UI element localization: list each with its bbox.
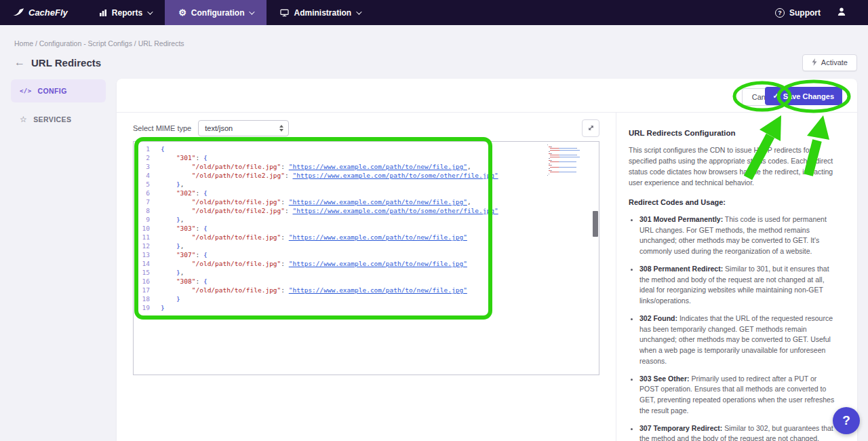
- sidebar-item-services[interactable]: ☆ SERVICES: [11, 108, 106, 131]
- doc-bullet: 302 Found: Indicates that the URL of the…: [639, 313, 837, 367]
- star-icon: ☆: [20, 115, 27, 124]
- breadcrumb-item[interactable]: Home: [14, 39, 33, 47]
- gear-icon: ⚙: [178, 8, 186, 17]
- editor-scrollbar[interactable]: [592, 142, 599, 375]
- user-menu[interactable]: [831, 7, 852, 19]
- activate-bolt-icon: [812, 58, 817, 67]
- breadcrumb-item[interactable]: Configuration - Script Configs: [39, 39, 132, 47]
- save-changes-button[interactable]: ✓ Save Changes: [765, 87, 842, 105]
- docs-intro: This script configures the CDN to issue …: [629, 145, 837, 188]
- doc-bullet: 301 Moved Permanently: This code is used…: [639, 214, 837, 257]
- sidebar: </> CONFIG ☆ SERVICES: [11, 79, 106, 136]
- activate-button[interactable]: Activate: [802, 54, 857, 71]
- mime-type-label: Select MIME type: [133, 124, 191, 132]
- config-card: Cancel ✓ Save Changes Select MIME type t…: [117, 79, 857, 441]
- mime-type-select[interactable]: text/json: [198, 120, 289, 136]
- nav-administration-label: Administration: [294, 8, 351, 18]
- chevron-down-icon: [250, 9, 255, 14]
- sidebar-services-label: SERVICES: [33, 115, 71, 123]
- check-icon: ✓: [773, 92, 779, 100]
- scrollbar-thumb[interactable]: [593, 211, 598, 237]
- cachefly-wing-icon: [12, 7, 24, 18]
- doc-bullet: 303 See Other: Primarily used to redirec…: [639, 374, 837, 417]
- activate-label: Activate: [821, 58, 848, 66]
- page-head: ← URL Redirects Activate: [14, 53, 857, 72]
- chevron-down-icon: [356, 9, 361, 14]
- breadcrumb-separator: /: [132, 39, 138, 47]
- main-menu: Reports ⚙ Configuration Administration: [85, 0, 374, 25]
- expand-editor-button[interactable]: [582, 119, 599, 137]
- back-button[interactable]: ←: [14, 56, 25, 69]
- nav-reports-label: Reports: [112, 8, 142, 18]
- code-icon: </>: [20, 88, 31, 94]
- docs-title: URL Redirects Configuration: [629, 128, 837, 139]
- breadcrumb-separator: /: [33, 39, 39, 47]
- save-changes-label: Save Changes: [783, 92, 834, 100]
- doc-bullet: 307 Temporary Redirect: Similar to 302, …: [639, 423, 837, 441]
- mime-row: Select MIME type text/json: [133, 118, 599, 138]
- user-icon: [837, 7, 846, 19]
- nav-support-label: Support: [789, 8, 821, 18]
- card-body: Select MIME type text/json 1234567891011…: [117, 113, 857, 441]
- docs-panel: URL Redirects Configuration This script …: [616, 113, 857, 441]
- monitor-icon: [280, 9, 289, 17]
- chevron-down-icon: [147, 9, 153, 14]
- help-circle-icon: ?: [775, 8, 785, 18]
- sidebar-item-config[interactable]: </> CONFIG: [11, 79, 106, 102]
- card-header: Cancel ✓ Save Changes: [117, 79, 857, 113]
- nav-configuration[interactable]: ⚙ Configuration: [165, 0, 267, 25]
- breadcrumb-item: URL Redirects: [138, 39, 184, 47]
- bar-chart-icon: [99, 9, 107, 17]
- nav-reports[interactable]: Reports: [85, 0, 165, 25]
- nav-configuration-label: Configuration: [191, 8, 245, 18]
- line-number-gutter: 12345678910111213141516171819: [134, 142, 155, 375]
- nav-support[interactable]: ? Support: [764, 8, 831, 18]
- page-title: URL Redirects: [31, 57, 101, 69]
- breadcrumb: Home / Configuration - Script Configs / …: [14, 39, 184, 47]
- docs-usage-heading: Redirect Codes and Usage:: [629, 197, 837, 208]
- code-editor[interactable]: 12345678910111213141516171819 { "301": {…: [133, 141, 599, 375]
- expand-icon: [587, 123, 595, 134]
- help-fab[interactable]: ?: [833, 407, 860, 434]
- mime-type-select-wrap: text/json: [198, 120, 289, 136]
- brand-name: CacheFly: [28, 7, 68, 18]
- sidebar-config-label: CONFIG: [37, 87, 66, 95]
- navbar-right: ? Support: [764, 0, 868, 25]
- brand-logo[interactable]: CacheFly: [0, 0, 85, 25]
- nav-administration[interactable]: Administration: [267, 0, 374, 25]
- code-content[interactable]: { "301": { "/old/path/to/file.jpg": "htt…: [155, 142, 599, 375]
- top-navbar: CacheFly Reports ⚙ Configuration Adminis…: [0, 0, 868, 25]
- editor-pane: Select MIME type text/json 1234567891011…: [117, 113, 616, 441]
- docs-bullet-list: 301 Moved Permanently: This code is used…: [629, 214, 837, 441]
- editor-minimap: [547, 145, 587, 177]
- doc-bullet: 308 Permanent Redirect: Similar to 301, …: [639, 264, 837, 307]
